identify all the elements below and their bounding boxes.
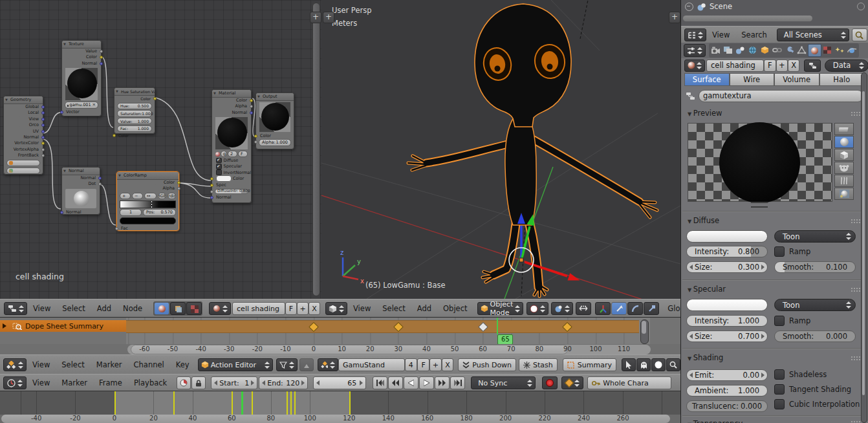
socket-dot[interactable] <box>100 50 103 53</box>
socket-dot[interactable] <box>115 227 118 230</box>
summary-keyframe-band[interactable] <box>126 320 639 333</box>
panel-resize-handle[interactable] <box>751 202 768 208</box>
filter-dropdown[interactable] <box>276 358 298 371</box>
socket-dot[interactable] <box>210 184 213 187</box>
shading-checkbox[interactable]: Cubic Interpolation <box>774 399 860 409</box>
menu-item[interactable]: View <box>706 30 735 39</box>
node-output[interactable]: Output Color Alpha:1.000 <box>255 92 294 149</box>
dope-sheet-region[interactable]: Dope Sheet Summary 65 -60-50-40-30-20-10… <box>0 317 680 358</box>
active-node-name-field[interactable]: gamutextura <box>699 90 863 102</box>
socket-dot[interactable] <box>41 118 45 121</box>
keying-set-field[interactable]: Whole Chara <box>587 376 671 389</box>
node-input-socket[interactable]: Color <box>114 133 155 138</box>
node-output-socket[interactable]: Normal <box>4 135 43 140</box>
menu-item[interactable]: Node <box>117 304 148 313</box>
preview-cube-button[interactable] <box>834 149 854 161</box>
menu-item[interactable]: Key <box>170 360 195 369</box>
display-mode-button[interactable]: Wire <box>730 73 775 86</box>
node-output-socket[interactable]: Normal <box>62 175 100 181</box>
shading-checkbox[interactable]: Tangent Shading <box>774 384 860 395</box>
socket-dot[interactable] <box>100 62 103 65</box>
texture-name-field[interactable]: gamu.001✕ <box>65 102 98 108</box>
dope-sheet-ruler[interactable]: -60-50-40-30-20-100102030405060708090100… <box>0 344 680 355</box>
rotate-manipulator-icon[interactable] <box>627 302 643 315</box>
translucency-slider[interactable]: Translucenc:0.000 <box>686 400 768 412</box>
panel-header-specular[interactable]: Specular <box>688 285 726 294</box>
material-browse-button[interactable] <box>684 60 705 72</box>
outliner-region[interactable]: Scene <box>681 0 868 26</box>
jump-to-start-button[interactable] <box>373 376 387 389</box>
ramp-stop-marker[interactable] <box>151 201 152 208</box>
socket-dot[interactable] <box>210 190 213 193</box>
specular-smooth-slider[interactable]: Smooth:0.000 <box>774 331 856 342</box>
preview-flat-button[interactable] <box>834 123 854 135</box>
dope-sheet-summary-channel[interactable]: Dope Sheet Summary <box>0 320 126 332</box>
display-mode-button[interactable]: Halo <box>819 73 865 86</box>
preview-monkey-button[interactable] <box>834 162 854 174</box>
jump-to-end-button[interactable] <box>450 376 465 389</box>
specular-color-swatch[interactable] <box>686 299 768 311</box>
pivot-dropdown[interactable] <box>551 302 573 315</box>
tab-physics[interactable] <box>846 44 858 56</box>
node-normal[interactable]: Normal NormalDot Normal <box>61 167 100 215</box>
menu-item[interactable]: Object <box>437 304 473 313</box>
tab-render-layers[interactable] <box>722 44 734 56</box>
node-title[interactable]: Hue Saturation Value <box>114 88 155 96</box>
node-title[interactable]: Normal <box>62 168 100 175</box>
manipulator-axis-icon[interactable] <box>595 302 611 315</box>
material-nodes-icon[interactable] <box>154 302 169 315</box>
previous-keyframe-button[interactable] <box>388 376 403 389</box>
node-input-socket[interactable]: Vector <box>62 109 101 115</box>
node-input-alpha[interactable]: Alpha:1.000 <box>256 139 294 145</box>
action-name-field[interactable]: GamuStand <box>338 358 404 371</box>
node-output-socket[interactable]: Normal <box>62 61 101 67</box>
node-output-socket[interactable]: Alpha <box>212 103 251 109</box>
search-icon[interactable] <box>666 358 680 371</box>
tab-modifiers[interactable] <box>783 44 796 56</box>
id-browse-button[interactable] <box>209 302 231 315</box>
keyframe-diamond[interactable] <box>393 322 404 332</box>
socket-dot[interactable] <box>210 177 213 180</box>
node-editor-region[interactable]: Geometry GlobalLocalViewOrcoUVNormalVert… <box>0 0 322 299</box>
fake-user-button[interactable]: F <box>764 60 776 72</box>
material-id-field[interactable]: gam <box>221 151 227 157</box>
socket-dot[interactable] <box>41 148 45 151</box>
diffuse-intensity-slider[interactable]: Intensity:0.800 <box>686 246 768 257</box>
panel-header-transparency[interactable]: Transparency <box>688 419 743 423</box>
keyframe-diamond[interactable] <box>478 322 488 332</box>
editor-type-button[interactable] <box>3 358 27 371</box>
fake-user-button[interactable]: F <box>238 151 248 157</box>
fake-user-button[interactable]: F <box>285 302 297 315</box>
node-geometry[interactable]: Geometry GlobalLocalViewOrcoUVNormalVert… <box>3 96 43 175</box>
node-tree-name-field[interactable]: cell shading <box>232 302 285 315</box>
ambient-slider[interactable]: Ambient:1.000 <box>686 385 768 396</box>
diffuse-size-stepper[interactable]: Size:0.300 <box>686 261 768 273</box>
gizmo-x-arrow[interactable] <box>525 262 567 276</box>
panel-header-preview[interactable]: Preview <box>688 109 722 118</box>
node-output-socket[interactable]: VertexAlpha <box>4 147 43 153</box>
viewport-3d[interactable]: z y x User Persp Meters (65) LowGamu : B… <box>321 0 680 299</box>
node-editor-scrollbar[interactable] <box>312 3 320 296</box>
node-output-socket[interactable]: Local <box>4 110 43 116</box>
emit-stepper[interactable]: Emit:0.00 <box>686 369 768 381</box>
panel-header-diffuse[interactable]: Diffuse <box>688 216 719 225</box>
record-button[interactable] <box>542 376 558 389</box>
editor-mode-dropdown[interactable]: Action Editor <box>198 358 273 371</box>
expand-properties-shelf-button[interactable]: + <box>669 12 680 23</box>
properties-scrollbar[interactable] <box>862 91 865 395</box>
diffuse-color-swatch[interactable] <box>686 230 768 243</box>
action-browse-button[interactable] <box>318 358 338 371</box>
specular-intensity-slider[interactable]: Intensity:1.000 <box>686 315 768 327</box>
menu-item[interactable]: Marker <box>91 360 128 369</box>
specular-shader-dropdown[interactable]: Toon <box>774 299 856 311</box>
stop-color-swatch[interactable] <box>120 217 176 224</box>
menu-item[interactable]: Select <box>56 304 91 313</box>
socket-dot[interactable] <box>41 130 45 133</box>
node-title[interactable]: ColorRamp <box>117 172 179 180</box>
manipulate-center-points-button[interactable] <box>576 302 591 315</box>
stash-button[interactable]: Stash <box>519 358 558 371</box>
expand-region-button[interactable]: + <box>323 12 334 23</box>
tab-object-data[interactable] <box>796 44 808 56</box>
menu-item[interactable]: Channel <box>128 360 170 369</box>
node-title[interactable]: Texture <box>62 41 101 49</box>
